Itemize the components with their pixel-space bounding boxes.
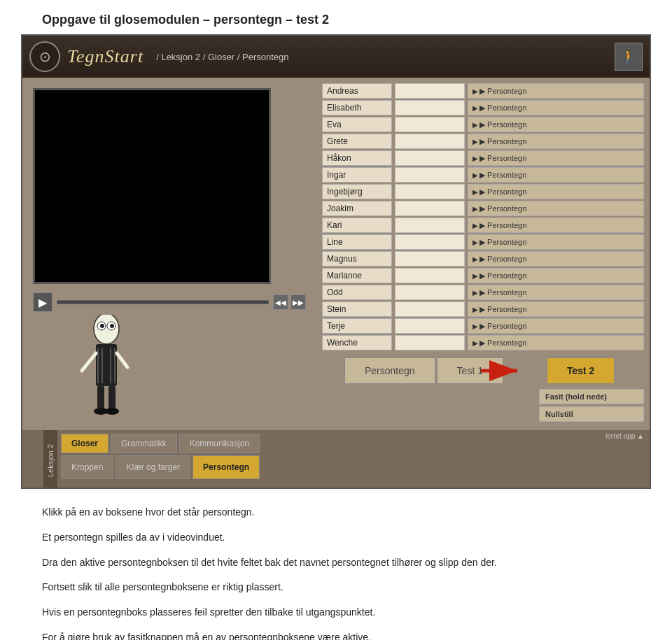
play-button[interactable]: ▶ [33,292,52,312]
breadcrumb: / Leksjon 2 / Gloser / Persontegn [156,52,288,62]
persontegn-btn-eva[interactable]: ▶ Persontegn [468,117,644,132]
drop-target-hkon[interactable] [395,150,465,166]
tabs-row1: Gloser Grammatikk Kommunikasjon [22,430,650,455]
persontegn-btn-wenche[interactable]: ▶ Persontegn [468,335,644,350]
video-nav: ◀◀ ▶▶ [273,294,306,310]
app-frame: ⊙ TegnStart / Leksjon 2 / Gloser / Perso… [21,34,651,489]
svg-point-0 [94,315,119,344]
persontegn-btn-elisabeth[interactable]: ▶ Persontegn [468,100,644,115]
name-box-line[interactable]: Line [322,234,392,250]
drop-target-marianne[interactable] [395,268,465,283]
persontegn-btn-kari[interactable]: ▶ Persontegn [468,218,644,233]
persontegn-btn-marianne[interactable]: ▶ Persontegn [468,268,644,283]
svg-rect-5 [96,344,117,386]
persontegn-btn-line[interactable]: ▶ Persontegn [468,234,644,250]
tabs-row2: Kroppen Klær og farger Persontegn [22,455,650,483]
svg-point-4 [110,324,114,328]
svg-point-2 [100,324,104,328]
next-frame-button[interactable]: ▶▶ [290,294,306,310]
name-box-elisabeth[interactable]: Elisabeth [322,100,392,115]
tab-persontegn-bottom[interactable]: Persontegn [192,455,260,479]
red-arrow [481,360,523,381]
name-box-stein[interactable]: Stein [322,301,392,317]
page-title: Oppgave til glosemodulen – persontegn – … [0,0,672,34]
persontegn-btn-grete[interactable]: ▶ Persontegn [468,134,644,149]
tab-grammatikk[interactable]: Grammatikk [111,434,177,453]
drop-target-andreas[interactable] [395,83,465,99]
persontegn-btn-odd[interactable]: ▶ Persontegn [468,285,644,300]
drop-target-elisabeth[interactable] [395,100,465,115]
persontegn-btn-magnus[interactable]: ▶ Persontegn [468,251,644,266]
name-box-terje[interactable]: Terje [322,318,392,334]
nullstill-button[interactable]: Nullstill [539,406,644,422]
prev-frame-button[interactable]: ◀◀ [273,294,288,310]
drop-target-odd[interactable] [395,285,465,300]
name-box-grete[interactable]: Grete [322,134,392,149]
tab-klar-og-farger[interactable]: Klær og farger [115,455,190,479]
persontegn-btn-andreas[interactable]: ▶ Persontegn [468,83,644,99]
names-list-column: AndreasElisabethEvaGreteHåkonIngarIngebj… [322,83,392,386]
tab-kroppen[interactable]: Kroppen [61,455,113,479]
drop-target-ingebjrg[interactable] [395,184,465,199]
drop-target-terje[interactable] [395,318,465,334]
svg-line-14 [82,353,96,371]
drop-target-joakim[interactable] [395,201,465,216]
svg-line-15 [117,353,127,367]
drop-targets-column [395,83,465,386]
tab-kommunikasjon[interactable]: Kommunikasjon [179,434,260,453]
instruction-p4: Fortsett slik til alle persontegnboksene… [42,579,630,596]
drop-target-magnus[interactable] [395,251,465,266]
persontegn-btn-hkon[interactable]: ▶ Persontegn [468,150,644,166]
name-box-eva[interactable]: Eva [322,117,392,132]
name-box-joakim[interactable]: Joakim [322,201,392,216]
drop-target-wenche[interactable] [395,335,465,350]
instruction-p6: For å gjøre bruk av fasitknappen må en a… [42,630,630,640]
instruction-p1: Klikk på en av boksene hvor det står per… [42,504,630,521]
drop-target-kari[interactable] [395,218,465,233]
video-screen [33,88,271,284]
video-controls: ▶ ◀◀ ▶▶ [33,290,306,315]
character-figure [75,315,138,427]
persontegn-btn-ingar[interactable]: ▶ Persontegn [468,167,644,183]
text-section: Klikk på en av boksene hvor det står per… [0,489,672,640]
drop-target-stein[interactable] [395,301,465,317]
video-progress-bar[interactable] [57,300,269,304]
svg-rect-11 [108,386,115,411]
tab-gloser[interactable]: Gloser [61,434,108,453]
name-box-magnus[interactable]: Magnus [322,251,392,266]
tab-persontegn[interactable]: Persontegn [344,357,435,384]
name-box-ingar[interactable]: Ingar [322,167,392,183]
persontegn-btn-stein[interactable]: ▶ Persontegn [468,301,644,317]
persontegn-btn-joakim[interactable]: ▶ Persontegn [468,201,644,216]
drop-target-eva[interactable] [395,117,465,132]
video-panel: ▶ ◀◀ ▶▶ [22,78,316,430]
name-box-ingebjrg[interactable]: Ingebjørg [322,184,392,199]
persontegn-btn-terje[interactable]: ▶ Persontegn [468,318,644,334]
header-bar: ⊙ TegnStart / Leksjon 2 / Gloser / Perso… [22,36,650,78]
drop-target-line[interactable] [395,234,465,250]
fasit-button[interactable]: Fasit (hold nede) [539,389,644,404]
name-box-marianne[interactable]: Marianne [322,268,392,283]
lerret-label: lerret opp ▲ [606,432,644,440]
name-box-kari[interactable]: Kari [322,218,392,233]
persontegn-buttons-column: ▶ Persontegn▶ Persontegn▶ Persontegn▶ Pe… [468,83,644,386]
persontegn-btn-ingebjrg[interactable]: ▶ Persontegn [468,184,644,199]
leksjon-sidebar-label: Leksjon 2 [43,430,57,489]
name-box-odd[interactable]: Odd [322,285,392,300]
bottom-tabs: Gloser Grammatikk Kommunikasjon Kroppen … [22,430,650,489]
name-box-wenche[interactable]: Wenche [322,335,392,350]
instruction-p5: Hvis en persontegnboks plasseres feil sp… [42,604,630,621]
svg-point-13 [105,408,119,415]
instruction-p2: Et persontegn spilles da av i videovindu… [42,529,630,546]
name-box-andreas[interactable]: Andreas [322,83,392,99]
svg-rect-10 [97,386,104,411]
instruction-p3: Dra den aktive persontegnboksen til det … [42,555,630,571]
name-box-hkon[interactable]: Håkon [322,150,392,166]
exit-icon[interactable]: 🚶 [615,43,643,71]
drop-target-ingar[interactable] [395,167,465,183]
logo-text: TegnStart [67,46,144,67]
test-tabs-row: Persontegn Test 1 Test 2 [344,357,615,384]
drop-target-grete[interactable] [395,134,465,149]
tab-test2[interactable]: Test 2 [547,357,615,384]
logo-icon[interactable]: ⊙ [29,41,60,72]
